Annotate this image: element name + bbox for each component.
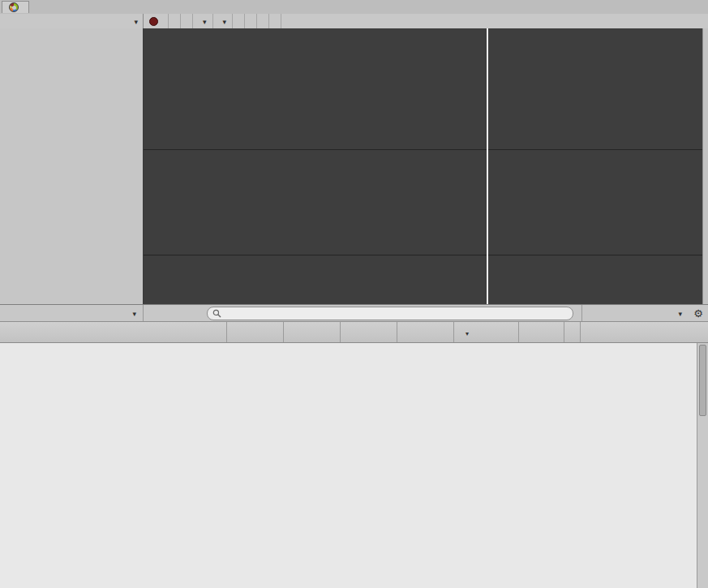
clear-on-play-button[interactable] bbox=[233, 14, 245, 28]
column-header-overview[interactable] bbox=[0, 322, 227, 342]
allocation-callstacks-dropdown[interactable] bbox=[213, 14, 234, 28]
sort-caret-icon bbox=[466, 328, 469, 337]
frame-indicator bbox=[686, 14, 708, 28]
column-header-self[interactable] bbox=[284, 322, 341, 342]
view-mode-dropdown[interactable] bbox=[0, 305, 144, 321]
current-frame-indicator[interactable] bbox=[487, 28, 488, 304]
chevron-down-icon bbox=[678, 308, 682, 318]
charts-scrollbar[interactable] bbox=[702, 28, 708, 304]
chevron-down-icon bbox=[203, 16, 207, 26]
load-button[interactable] bbox=[257, 14, 269, 28]
editor-dropdown[interactable] bbox=[193, 14, 213, 28]
chevron-down-icon bbox=[132, 308, 136, 318]
details-toolbar bbox=[0, 304, 708, 322]
search-input[interactable] bbox=[225, 307, 568, 320]
memory-chart[interactable] bbox=[144, 255, 702, 304]
chevron-down-icon bbox=[223, 16, 227, 26]
column-header-self-ms[interactable] bbox=[519, 322, 564, 342]
hierarchy-table bbox=[0, 343, 697, 588]
column-header-filler bbox=[581, 322, 708, 342]
settings-gear-button[interactable] bbox=[689, 307, 708, 320]
profiler-window bbox=[0, 0, 708, 588]
clear-button[interactable] bbox=[245, 14, 257, 28]
deep-profile-button[interactable] bbox=[169, 14, 181, 28]
save-button[interactable] bbox=[269, 14, 281, 28]
column-header-total[interactable] bbox=[227, 322, 284, 342]
main-toolbar bbox=[0, 14, 708, 29]
cpu-usage-chart[interactable] bbox=[144, 28, 702, 150]
profile-editor-button[interactable] bbox=[181, 14, 193, 28]
search-icon bbox=[212, 309, 221, 318]
gear-icon bbox=[693, 309, 703, 319]
profiler-tab[interactable] bbox=[2, 1, 29, 13]
column-header-time-ms[interactable] bbox=[454, 322, 519, 342]
module-sidebar bbox=[0, 28, 144, 304]
search-field[interactable] bbox=[207, 307, 573, 320]
record-icon bbox=[149, 17, 158, 26]
column-header-warnings[interactable] bbox=[564, 322, 581, 342]
chevron-down-icon bbox=[134, 16, 138, 26]
record-button[interactable] bbox=[144, 14, 169, 28]
titlebar bbox=[0, 0, 708, 15]
profiler-icon bbox=[9, 2, 19, 12]
charts-area bbox=[144, 28, 702, 304]
table-header bbox=[0, 322, 708, 343]
add-profiler-dropdown[interactable] bbox=[0, 14, 144, 28]
details-mode-dropdown[interactable] bbox=[581, 305, 689, 321]
table-scrollbar[interactable] bbox=[697, 343, 708, 588]
rendering-chart[interactable] bbox=[144, 150, 702, 255]
column-header-calls[interactable] bbox=[341, 322, 397, 342]
scrollbar-thumb[interactable] bbox=[699, 345, 706, 416]
column-header-gc-alloc[interactable] bbox=[397, 322, 454, 342]
